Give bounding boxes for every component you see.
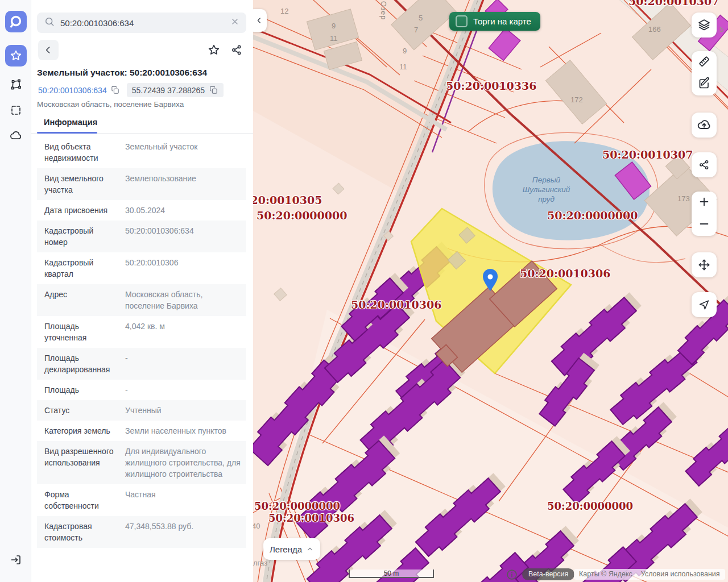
search-value[interactable]: 50:20:0010306:634 xyxy=(60,18,225,28)
zoom-group xyxy=(692,192,717,236)
zoom-in-button[interactable] xyxy=(698,196,710,210)
icon-rail xyxy=(0,0,31,582)
favorite-button[interactable] xyxy=(204,40,224,60)
scale-bar: 50 m xyxy=(349,569,434,578)
table-row: Дата присвоения30.05.2024 xyxy=(37,200,246,221)
table-row: СтатусУчтенный xyxy=(37,400,246,421)
table-row: Кадастровый номер50:20:0010306:634 xyxy=(37,221,246,252)
map-canvas[interactable]: ПервыйШульгинскийпруд Озер 50:20:0010307… xyxy=(253,0,728,582)
measure-edit-group xyxy=(692,51,717,95)
table-row: Вид разрешенного использованияДля индиви… xyxy=(37,441,246,484)
beta-badge: Beta-версия xyxy=(522,568,574,580)
table-row: Площадь декларированная- xyxy=(37,348,246,380)
table-row: Вид объекта недвижимостиЗемельный участо… xyxy=(37,136,246,168)
table-row: Кадастровый квартал50:20:0010306 xyxy=(37,252,246,284)
draw-edit-button[interactable] xyxy=(697,77,711,93)
table-row: Кадастровая стоимость47,348,553.88 руб. xyxy=(37,516,246,548)
back-button[interactable] xyxy=(38,40,59,60)
pan-button[interactable] xyxy=(692,252,717,277)
app-logo[interactable] xyxy=(5,11,27,32)
page-title: Земельный участок: 50:20:0010306:634 xyxy=(37,68,207,78)
search-input[interactable]: 50:20:0010306:634 xyxy=(37,13,246,33)
cadastral-number-link[interactable]: 50:20:0010306:634 xyxy=(37,83,121,97)
table-row: АдресМосковская область, поселение Барви… xyxy=(37,284,246,316)
table-row: Площадь уточненная4,042 кв. м xyxy=(37,316,246,348)
search-icon xyxy=(44,16,55,30)
table-row: Вид земельного участкаЗемлепользование xyxy=(37,168,246,200)
share-button[interactable] xyxy=(226,40,247,60)
info-icon[interactable] xyxy=(505,568,518,581)
map-graphics xyxy=(253,0,728,582)
coordinates-chip[interactable]: 55.72439 37.288265 xyxy=(127,83,224,97)
auction-toggle-button[interactable]: Торги на карте xyxy=(449,12,540,31)
share-map-button[interactable] xyxy=(692,152,717,177)
cadastral-map-app: 50:20:0010306:634 Земельный участок: 50:… xyxy=(0,0,728,582)
my-location-button[interactable] xyxy=(692,292,717,317)
collapse-panel-button[interactable] xyxy=(253,9,267,32)
cloud-layers-button[interactable] xyxy=(5,125,27,147)
sign-in-button[interactable] xyxy=(5,549,27,571)
ruler-button[interactable] xyxy=(697,55,711,70)
info-table: Вид объекта недвижимостиЗемельный участо… xyxy=(37,136,246,548)
chevron-up-icon xyxy=(306,545,314,553)
tab-information[interactable]: Информация xyxy=(44,118,97,127)
info-panel: 50:20:0010306:634 Земельный участок: 50:… xyxy=(31,0,253,582)
layers-button[interactable] xyxy=(692,13,717,38)
zoom-out-button[interactable] xyxy=(698,218,710,232)
attribution-text[interactable]: Карты © Яндекс xyxy=(579,569,632,580)
auction-checkbox[interactable] xyxy=(456,15,468,27)
clear-search-icon[interactable] xyxy=(230,17,239,28)
tab-bar: Информация xyxy=(31,114,253,134)
polygon-select-button[interactable] xyxy=(5,74,27,95)
area-select-button[interactable] xyxy=(5,99,27,121)
chips-row: 50:20:0010306:634 55.72439 37.288265 xyxy=(37,83,224,97)
terms-link[interactable]: Условия использования xyxy=(641,569,720,580)
table-row: Форма собственностиЧастная xyxy=(37,484,246,516)
table-row: Площадь- xyxy=(37,380,246,400)
active-tab-underline xyxy=(37,132,97,134)
upload-button[interactable] xyxy=(692,113,717,138)
legend-button[interactable]: Легенда xyxy=(263,538,320,560)
map-attribution: Карты © Яндекс Условия использования xyxy=(574,569,725,580)
table-row: Категория земельЗемли населенных пунктов xyxy=(37,421,246,441)
address-line: Московская область, поселение Барвиха xyxy=(37,100,184,109)
favorites-star-button[interactable] xyxy=(5,45,27,66)
